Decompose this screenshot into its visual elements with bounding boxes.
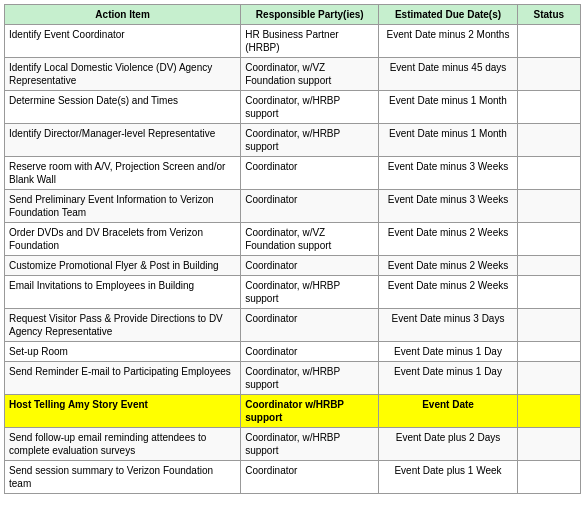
main-container: Action Item Responsible Party(ies) Estim… [0, 0, 585, 498]
cell-responsible: Coordinator, w/VZ Foundation support [241, 58, 379, 91]
cell-responsible: Coordinator [241, 309, 379, 342]
table-row: Email Invitations to Employees in Buildi… [5, 276, 581, 309]
cell-responsible: Coordinator, w/HRBP support [241, 124, 379, 157]
cell-due: Event Date minus 1 Month [379, 124, 517, 157]
cell-due: Event Date minus 2 Months [379, 25, 517, 58]
cell-action: Send Reminder E-mail to Participating Em… [5, 362, 241, 395]
table-row: Identify Local Domestic Violence (DV) Ag… [5, 58, 581, 91]
table-row: Order DVDs and DV Bracelets from Verizon… [5, 223, 581, 256]
cell-responsible: Coordinator [241, 461, 379, 494]
cell-responsible: HR Business Partner (HRBP) [241, 25, 379, 58]
cell-due: Event Date minus 2 Weeks [379, 276, 517, 309]
cell-status [517, 461, 580, 494]
cell-status [517, 342, 580, 362]
cell-due: Event Date minus 3 Weeks [379, 157, 517, 190]
cell-status [517, 157, 580, 190]
table-row: Send session summary to Verizon Foundati… [5, 461, 581, 494]
cell-action: Set-up Room [5, 342, 241, 362]
cell-status [517, 309, 580, 342]
table-row: Send follow-up email reminding attendees… [5, 428, 581, 461]
cell-due: Event Date plus 2 Days [379, 428, 517, 461]
cell-status [517, 124, 580, 157]
cell-due: Event Date minus 3 Weeks [379, 190, 517, 223]
cell-status [517, 256, 580, 276]
cell-responsible: Coordinator, w/HRBP support [241, 428, 379, 461]
cell-responsible: Coordinator [241, 342, 379, 362]
header-action: Action Item [5, 5, 241, 25]
cell-due: Event Date [379, 395, 517, 428]
cell-due: Event Date minus 1 Day [379, 342, 517, 362]
table-row: Request Visitor Pass & Provide Direction… [5, 309, 581, 342]
cell-responsible: Coordinator, w/HRBP support [241, 362, 379, 395]
cell-status [517, 190, 580, 223]
cell-status [517, 362, 580, 395]
cell-action: Order DVDs and DV Bracelets from Verizon… [5, 223, 241, 256]
cell-due: Event Date minus 2 Weeks [379, 256, 517, 276]
cell-responsible: Coordinator w/HRBP support [241, 395, 379, 428]
cell-responsible: Coordinator, w/HRBP support [241, 276, 379, 309]
cell-action: Host Telling Amy Story Event [5, 395, 241, 428]
cell-responsible: Coordinator, w/HRBP support [241, 91, 379, 124]
cell-action: Identify Event Coordinator [5, 25, 241, 58]
cell-due: Event Date plus 1 Week [379, 461, 517, 494]
cell-due: Event Date minus 2 Weeks [379, 223, 517, 256]
cell-due: Event Date minus 1 Month [379, 91, 517, 124]
cell-status [517, 276, 580, 309]
table-row: Customize Promotional Flyer & Post in Bu… [5, 256, 581, 276]
table-row: Identify Director/Manager-level Represen… [5, 124, 581, 157]
table-row: Identify Event CoordinatorHR Business Pa… [5, 25, 581, 58]
cell-action: Request Visitor Pass & Provide Direction… [5, 309, 241, 342]
cell-responsible: Coordinator [241, 190, 379, 223]
table-row: Host Telling Amy Story EventCoordinator … [5, 395, 581, 428]
header-responsible: Responsible Party(ies) [241, 5, 379, 25]
table-row: Send Reminder E-mail to Participating Em… [5, 362, 581, 395]
cell-status [517, 25, 580, 58]
cell-responsible: Coordinator [241, 256, 379, 276]
table-row: Reserve room with A/V, Projection Screen… [5, 157, 581, 190]
cell-action: Send session summary to Verizon Foundati… [5, 461, 241, 494]
cell-status [517, 58, 580, 91]
cell-status [517, 395, 580, 428]
cell-action: Identify Director/Manager-level Represen… [5, 124, 241, 157]
cell-status [517, 223, 580, 256]
table-row: Set-up RoomCoordinatorEvent Date minus 1… [5, 342, 581, 362]
header-status: Status [517, 5, 580, 25]
cell-action: Customize Promotional Flyer & Post in Bu… [5, 256, 241, 276]
cell-due: Event Date minus 45 days [379, 58, 517, 91]
cell-action: Send Preliminary Event Information to Ve… [5, 190, 241, 223]
table-row: Send Preliminary Event Information to Ve… [5, 190, 581, 223]
header-due: Estimated Due Date(s) [379, 5, 517, 25]
table-row: Determine Session Date(s) and TimesCoord… [5, 91, 581, 124]
cell-action: Identify Local Domestic Violence (DV) Ag… [5, 58, 241, 91]
table-header-row: Action Item Responsible Party(ies) Estim… [5, 5, 581, 25]
cell-due: Event Date minus 1 Day [379, 362, 517, 395]
cell-responsible: Coordinator, w/VZ Foundation support [241, 223, 379, 256]
cell-status [517, 428, 580, 461]
cell-responsible: Coordinator [241, 157, 379, 190]
cell-action: Determine Session Date(s) and Times [5, 91, 241, 124]
cell-action: Send follow-up email reminding attendees… [5, 428, 241, 461]
cell-due: Event Date minus 3 Days [379, 309, 517, 342]
action-items-table: Action Item Responsible Party(ies) Estim… [4, 4, 581, 494]
cell-action: Reserve room with A/V, Projection Screen… [5, 157, 241, 190]
cell-action: Email Invitations to Employees in Buildi… [5, 276, 241, 309]
cell-status [517, 91, 580, 124]
